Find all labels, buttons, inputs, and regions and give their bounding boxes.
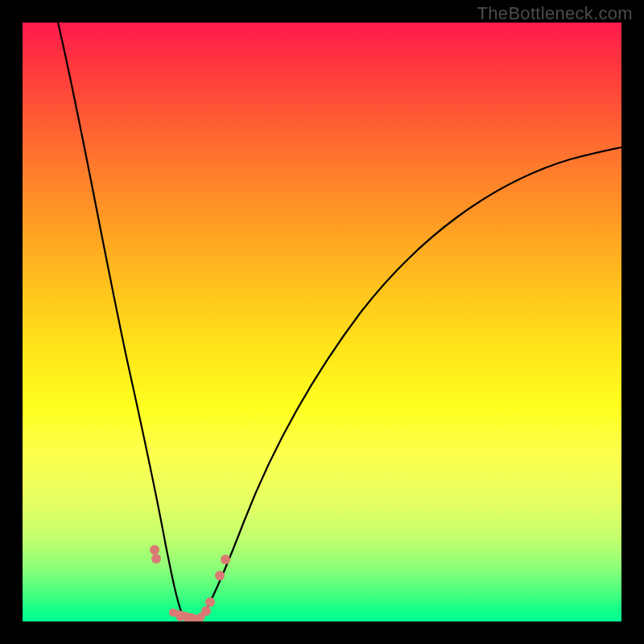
marker-dot	[150, 545, 159, 555]
marker-dot	[221, 555, 230, 564]
marker-dot	[205, 597, 215, 607]
marker-dot	[215, 571, 225, 580]
chart-frame: TheBottleneck.com	[0, 0, 644, 644]
plot-area	[23, 23, 621, 621]
marker-dot	[151, 554, 161, 564]
marker-dot	[176, 613, 184, 621]
right-curve	[200, 147, 621, 621]
marker-dot	[169, 609, 177, 617]
chart-svg	[23, 23, 621, 621]
left-curve	[58, 23, 188, 621]
watermark-text: TheBottleneck.com	[477, 3, 633, 24]
marker-dot	[201, 606, 211, 616]
